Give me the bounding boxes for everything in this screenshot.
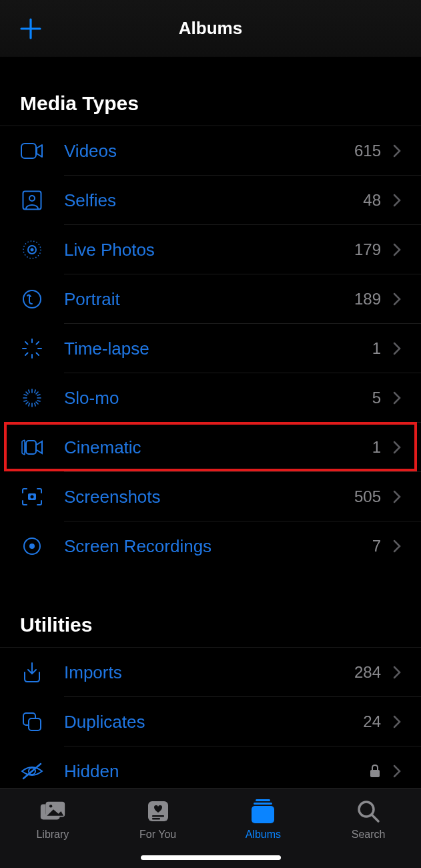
svg-point-51 bbox=[359, 802, 374, 817]
row-label: Screenshots bbox=[44, 487, 354, 507]
selfie-icon bbox=[20, 188, 44, 212]
row-label: Cinematic bbox=[44, 437, 372, 458]
svg-rect-40 bbox=[370, 770, 380, 777]
media-row-screenshots[interactable]: Screenshots 505 bbox=[0, 472, 421, 521]
row-label: Screen Recordings bbox=[44, 536, 372, 557]
svg-line-25 bbox=[29, 403, 29, 406]
tab-label: Search bbox=[352, 829, 386, 841]
svg-line-11 bbox=[25, 342, 28, 345]
chevron-right-icon bbox=[393, 342, 401, 355]
screenrec-icon bbox=[20, 534, 44, 558]
row-count: 284 bbox=[354, 663, 388, 682]
add-button[interactable] bbox=[17, 15, 44, 42]
chevron-right-icon bbox=[393, 441, 401, 454]
svg-rect-0 bbox=[21, 144, 36, 158]
row-label: Portrait bbox=[44, 289, 354, 310]
utilities-row-imports[interactable]: Imports 284 bbox=[0, 648, 421, 697]
media-row-portrait[interactable]: Portrait 189 bbox=[0, 274, 421, 324]
svg-rect-47 bbox=[152, 818, 160, 820]
media-row-slomo[interactable]: Slo-mo 5 bbox=[0, 373, 421, 423]
media-row-selfies[interactable]: Selfies 48 bbox=[0, 176, 421, 225]
row-count: 505 bbox=[354, 487, 388, 506]
svg-line-29 bbox=[37, 395, 40, 395]
imports-icon bbox=[20, 660, 44, 684]
svg-rect-46 bbox=[152, 815, 164, 817]
svg-line-21 bbox=[36, 392, 38, 394]
tab-library[interactable]: Library bbox=[0, 798, 105, 841]
content-scroll[interactable]: Media Types Videos 615 Selfies 48 Live P… bbox=[0, 57, 421, 788]
svg-rect-37 bbox=[29, 718, 41, 730]
section-header-media-types: Media Types bbox=[0, 57, 421, 126]
library-tab-icon bbox=[38, 798, 67, 825]
duplicates-icon bbox=[20, 710, 44, 734]
svg-line-27 bbox=[24, 395, 27, 395]
portrait-icon bbox=[20, 287, 44, 311]
home-indicator[interactable] bbox=[141, 855, 281, 860]
svg-line-14 bbox=[25, 353, 28, 356]
tab-label: Albums bbox=[246, 829, 281, 841]
utilities-row-hidden[interactable]: Hidden bbox=[0, 746, 421, 788]
chevron-right-icon bbox=[393, 765, 401, 778]
tab-foryou[interactable]: For You bbox=[105, 798, 211, 841]
utilities-row-duplicates[interactable]: Duplicates 24 bbox=[0, 697, 421, 746]
screenshots-icon bbox=[20, 485, 44, 509]
chevron-right-icon bbox=[393, 243, 401, 256]
media-row-cinematic[interactable]: Cinematic 1 bbox=[0, 423, 421, 472]
tab-albums[interactable]: Albums bbox=[211, 798, 316, 841]
svg-line-52 bbox=[372, 815, 378, 821]
section-header-utilities: Utilities bbox=[0, 571, 421, 648]
svg-point-2 bbox=[29, 196, 35, 201]
chevron-right-icon bbox=[393, 391, 401, 405]
chevron-right-icon bbox=[393, 490, 401, 503]
row-label: Duplicates bbox=[44, 712, 363, 732]
tab-search[interactable]: Search bbox=[316, 798, 421, 841]
tab-label: Library bbox=[36, 829, 69, 841]
chevron-right-icon bbox=[393, 194, 401, 207]
media-row-livephotos[interactable]: Live Photos 179 bbox=[0, 225, 421, 274]
svg-line-12 bbox=[37, 353, 39, 356]
svg-line-26 bbox=[35, 403, 35, 406]
plus-icon bbox=[19, 17, 42, 40]
svg-rect-50 bbox=[252, 806, 274, 823]
page-title: Albums bbox=[179, 18, 242, 39]
media-row-videos[interactable]: Videos 615 bbox=[0, 126, 421, 176]
svg-line-20 bbox=[36, 402, 38, 404]
svg-line-22 bbox=[26, 402, 28, 404]
livephotos-icon bbox=[20, 238, 44, 262]
row-count: 179 bbox=[354, 240, 388, 259]
row-label: Selfies bbox=[44, 190, 363, 211]
chevron-right-icon bbox=[393, 292, 401, 306]
albums-tab-icon bbox=[248, 798, 278, 825]
svg-point-4 bbox=[31, 248, 34, 252]
tab-label: For You bbox=[139, 829, 176, 841]
row-count: 48 bbox=[363, 191, 388, 210]
media-row-screenrec[interactable]: Screen Recordings 7 bbox=[0, 521, 421, 571]
chevron-right-icon bbox=[393, 539, 401, 553]
row-count: 24 bbox=[363, 712, 388, 731]
svg-point-6 bbox=[23, 290, 41, 308]
hidden-icon bbox=[20, 759, 44, 783]
foryou-tab-icon bbox=[143, 798, 173, 825]
media-row-timelapse[interactable]: Time-lapse 1 bbox=[0, 324, 421, 373]
svg-line-24 bbox=[35, 390, 35, 393]
svg-rect-31 bbox=[26, 441, 36, 454]
search-tab-icon bbox=[354, 798, 383, 825]
row-label: Time-lapse bbox=[44, 339, 372, 359]
svg-point-33 bbox=[31, 495, 34, 499]
row-count: 1 bbox=[372, 438, 388, 457]
svg-line-28 bbox=[24, 401, 27, 401]
svg-rect-49 bbox=[254, 803, 272, 805]
cinematic-icon bbox=[20, 435, 44, 459]
svg-line-23 bbox=[29, 390, 29, 393]
svg-line-30 bbox=[37, 401, 40, 401]
svg-line-13 bbox=[37, 342, 39, 345]
row-label: Imports bbox=[44, 662, 354, 683]
row-label: Slo-mo bbox=[44, 388, 372, 409]
row-count: 1 bbox=[372, 339, 388, 358]
chevron-right-icon bbox=[393, 144, 401, 158]
row-count: 5 bbox=[372, 389, 388, 407]
svg-line-39 bbox=[23, 764, 41, 779]
timelapse-icon bbox=[20, 337, 44, 361]
row-count: 615 bbox=[354, 142, 388, 160]
nav-bar: Albums bbox=[0, 0, 421, 57]
